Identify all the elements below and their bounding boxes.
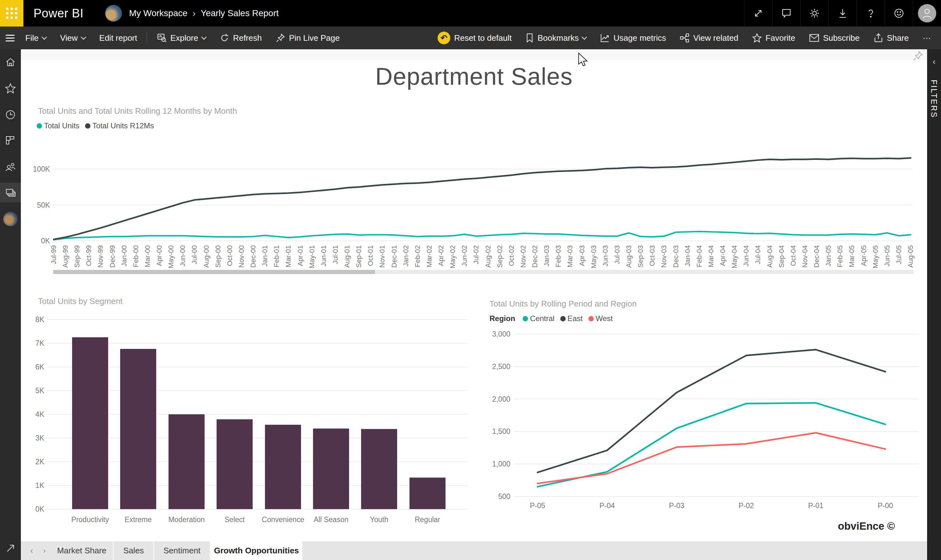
- sidebar-expand-button[interactable]: [0, 538, 21, 558]
- filters-label[interactable]: FILTERS: [929, 80, 938, 118]
- reset-to-default-button[interactable]: ↶ Reset to default: [431, 26, 519, 49]
- svg-text:Regular: Regular: [415, 515, 440, 524]
- chart1-scrollbar-track[interactable]: [53, 270, 914, 274]
- view-related-button[interactable]: View related: [673, 26, 745, 49]
- feedback-button[interactable]: [772, 0, 800, 26]
- svg-text:Mar-04: Mar-04: [707, 245, 715, 268]
- smiley-feedback-button[interactable]: [885, 0, 913, 26]
- legend-dot: [85, 123, 91, 129]
- svg-text:Oct-02: Oct-02: [508, 245, 515, 266]
- svg-text:2K: 2K: [35, 458, 45, 466]
- svg-text:Nov-04: Nov-04: [801, 245, 809, 268]
- tabs-prev-button[interactable]: ‹: [25, 542, 38, 560]
- svg-text:7K: 7K: [35, 339, 45, 347]
- svg-text:Feb-00: Feb-00: [132, 245, 140, 268]
- view-menu[interactable]: View: [53, 26, 92, 49]
- svg-text:P-01: P-01: [808, 502, 824, 510]
- edit-report-button[interactable]: Edit report: [92, 26, 144, 49]
- svg-text:Sep-00: Sep-00: [214, 245, 222, 268]
- person-icon: [921, 7, 933, 20]
- svg-text:Dec-03: Dec-03: [672, 245, 680, 268]
- svg-text:5K: 5K: [35, 386, 45, 395]
- svg-text:Aug-00: Aug-00: [202, 245, 210, 268]
- fullscreen-button[interactable]: [744, 0, 772, 26]
- legend-dot: [588, 316, 594, 322]
- svg-text:50K: 50K: [37, 201, 50, 209]
- pin-live-page-button[interactable]: Pin Live Page: [269, 26, 347, 49]
- share-button[interactable]: Share: [867, 26, 916, 49]
- svg-text:Dec-00: Dec-00: [249, 245, 257, 268]
- svg-text:P-02: P-02: [739, 502, 754, 510]
- subscribe-button[interactable]: Subscribe: [802, 26, 867, 49]
- svg-text:Aug-01: Aug-01: [343, 245, 351, 268]
- svg-text:Feb-04: Feb-04: [695, 245, 703, 268]
- fullscreen-icon: [753, 8, 764, 18]
- clock-icon: [5, 109, 16, 120]
- svg-text:2,000: 2,000: [492, 395, 510, 403]
- sidebar-item-workspaces[interactable]: [0, 183, 21, 202]
- svg-text:0K: 0K: [41, 237, 50, 245]
- svg-text:Mar-00: Mar-00: [143, 245, 151, 268]
- svg-text:Jul-01: Jul-01: [331, 245, 339, 264]
- svg-text:P-04: P-04: [599, 502, 615, 510]
- settings-button[interactable]: [800, 0, 829, 26]
- explore-menu[interactable]: Explore: [149, 26, 213, 49]
- svg-text:Feb-01: Feb-01: [273, 245, 280, 268]
- chart1-scrollbar-thumb[interactable]: [53, 270, 375, 274]
- breadcrumb-report[interactable]: Yearly Sales Report: [201, 8, 279, 18]
- svg-text:Aug-02: Aug-02: [484, 245, 492, 268]
- related-nodes-icon: [680, 33, 689, 43]
- workspaces-icon: [5, 187, 17, 198]
- tab-growth-opportunities[interactable]: Growth Opportunities: [211, 542, 302, 560]
- help-button[interactable]: [856, 0, 885, 26]
- sidebar-item-home[interactable]: [0, 52, 21, 72]
- page-tab-bar: ‹ › Market Share Sales Sentiment Growth …: [21, 542, 927, 560]
- sidebar-item-favorites[interactable]: [0, 79, 21, 98]
- tabs-next-button[interactable]: ›: [38, 542, 51, 560]
- usage-metrics-button[interactable]: Usage metrics: [593, 26, 673, 49]
- svg-text:Oct-99: Oct-99: [85, 245, 92, 266]
- legend-label: Central: [530, 314, 554, 323]
- favorite-button[interactable]: Favorite: [745, 26, 802, 49]
- chevron-down-icon: [582, 34, 587, 40]
- file-menu[interactable]: File: [18, 26, 53, 49]
- tab-market-share[interactable]: Market Share: [51, 542, 114, 560]
- svg-text:Jun-01: Jun-01: [320, 245, 328, 266]
- download-icon: [837, 8, 848, 18]
- svg-text:3K: 3K: [35, 434, 45, 442]
- bookmarks-menu[interactable]: Bookmarks: [519, 26, 593, 49]
- legend-dot: [37, 123, 42, 129]
- svg-text:Jul-05: Jul-05: [895, 245, 903, 264]
- more-options-button[interactable]: ···: [916, 26, 938, 49]
- legend-item: East: [560, 314, 583, 323]
- svg-text:Oct-04: Oct-04: [789, 245, 797, 266]
- svg-text:Sep-02: Sep-02: [496, 245, 504, 268]
- download-button[interactable]: [829, 0, 856, 26]
- brand-logo: Power BI: [34, 7, 83, 20]
- sidebar-item-apps[interactable]: [0, 131, 21, 151]
- sidebar-item-shared[interactable]: [0, 157, 21, 177]
- sidebar-item-recent[interactable]: [0, 105, 21, 125]
- refresh-icon: [220, 33, 229, 43]
- breadcrumb: My Workspace › Yearly Sales Report: [129, 8, 279, 18]
- legend-dot: [523, 316, 528, 322]
- account-button[interactable]: [913, 0, 941, 26]
- people-icon: [5, 161, 17, 172]
- svg-text:Convenience: Convenience: [262, 515, 304, 524]
- pin-visual-icon[interactable]: [913, 51, 923, 61]
- workspace-avatar[interactable]: [105, 5, 122, 22]
- tab-sales[interactable]: Sales: [114, 542, 154, 560]
- collapse-filters-icon[interactable]: ‹: [927, 57, 941, 67]
- svg-text:Oct-03: Oct-03: [648, 245, 656, 266]
- tab-sentiment[interactable]: Sentiment: [154, 542, 211, 560]
- top-app-bar: Power BI My Workspace › Yearly Sales Rep…: [0, 0, 941, 26]
- breadcrumb-workspace[interactable]: My Workspace: [129, 8, 188, 18]
- nav-menu-button[interactable]: [6, 33, 15, 43]
- app-launcher-button[interactable]: [0, 0, 23, 26]
- nav-sidebar: [0, 49, 21, 560]
- refresh-button[interactable]: Refresh: [213, 26, 269, 49]
- sidebar-item-my-workspace[interactable]: [0, 209, 21, 229]
- svg-text:Jan-04: Jan-04: [684, 245, 692, 266]
- svg-text:Nov-00: Nov-00: [237, 245, 245, 268]
- gear-icon: [809, 8, 820, 19]
